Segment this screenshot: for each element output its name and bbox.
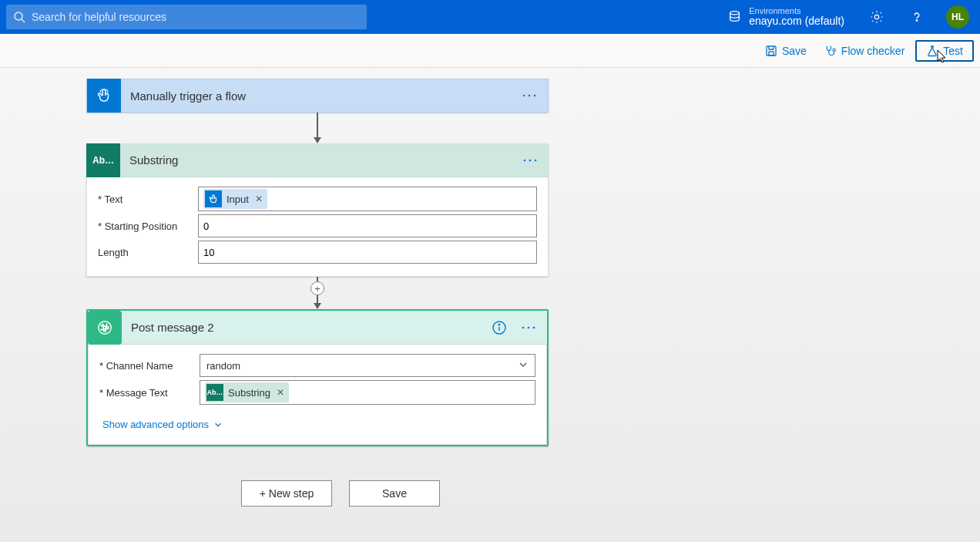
token-input-label: Input bbox=[227, 194, 249, 205]
search-box[interactable] bbox=[6, 5, 367, 29]
save-label: Save bbox=[782, 45, 807, 57]
trigger-menu[interactable] bbox=[519, 85, 540, 106]
svg-rect-6 bbox=[769, 52, 774, 56]
add-step-icon[interactable]: + bbox=[310, 281, 324, 295]
save-icon bbox=[765, 45, 777, 57]
starting-position-input[interactable] bbox=[198, 214, 537, 237]
svg-point-12 bbox=[529, 159, 532, 161]
svg-point-0 bbox=[15, 12, 22, 20]
length-input[interactable] bbox=[198, 241, 537, 264]
step-substring[interactable]: Ab… Substring Text Input ✕ bbox=[86, 143, 549, 277]
svg-point-13 bbox=[535, 159, 537, 161]
svg-point-19 bbox=[528, 326, 530, 328]
svg-point-17 bbox=[498, 324, 500, 325]
svg-point-8 bbox=[523, 95, 525, 97]
new-step-button[interactable]: + New step bbox=[241, 480, 332, 507]
starting-position-value[interactable] bbox=[203, 221, 532, 232]
trigger-title: Manually trigger a flow bbox=[130, 89, 509, 103]
text-input[interactable]: Input ✕ bbox=[198, 187, 537, 211]
svg-point-2 bbox=[730, 12, 740, 15]
search-input[interactable] bbox=[32, 11, 360, 23]
settings-icon[interactable] bbox=[861, 0, 892, 34]
save-button[interactable]: Save bbox=[759, 41, 813, 61]
touch-icon bbox=[205, 190, 222, 207]
connector-arrow: + bbox=[317, 277, 318, 309]
chevron-down-icon bbox=[213, 420, 223, 429]
post-menu[interactable] bbox=[518, 317, 539, 338]
step-post-message[interactable]: Post message 2 Channel Name random bbox=[86, 309, 549, 446]
stethoscope-icon bbox=[824, 44, 837, 57]
token-remove-icon[interactable]: ✕ bbox=[253, 194, 264, 204]
substring-menu[interactable] bbox=[519, 150, 541, 171]
footer-save-button[interactable]: Save bbox=[349, 480, 440, 507]
show-advanced-toggle[interactable]: Show advanced options bbox=[102, 419, 223, 430]
show-advanced-label: Show advanced options bbox=[102, 419, 209, 430]
slack-icon bbox=[88, 311, 122, 345]
test-button[interactable]: Test bbox=[915, 40, 974, 62]
test-label: Test bbox=[943, 45, 963, 57]
starting-position-label: Starting Position bbox=[98, 221, 177, 232]
token-substring-label: Substring bbox=[228, 387, 270, 399]
message-text-label: Message Text bbox=[99, 387, 168, 399]
length-label: Length bbox=[98, 247, 129, 258]
token-substring[interactable]: Ab… Substring ✕ bbox=[205, 382, 289, 402]
svg-point-10 bbox=[534, 95, 536, 97]
step-trigger[interactable]: Manually trigger a flow bbox=[86, 79, 549, 113]
environment-picker[interactable]: Environments enayu.com (default) bbox=[720, 6, 852, 27]
channel-name-label: Channel Name bbox=[99, 360, 173, 372]
svg-point-3 bbox=[874, 15, 878, 19]
flask-icon bbox=[926, 45, 938, 57]
svg-point-4 bbox=[916, 20, 917, 21]
flow-checker-button[interactable]: Flow checker bbox=[817, 40, 911, 61]
connector-arrow bbox=[317, 113, 318, 143]
svg-point-9 bbox=[529, 95, 531, 97]
svg-point-18 bbox=[522, 326, 525, 328]
svg-point-7 bbox=[833, 49, 835, 51]
info-icon[interactable] bbox=[490, 318, 508, 337]
text-label: Text bbox=[98, 194, 123, 205]
text-operations-icon: Ab… bbox=[206, 384, 223, 401]
database-icon bbox=[728, 10, 741, 23]
substring-title: Substring bbox=[129, 153, 510, 167]
search-icon bbox=[13, 11, 25, 23]
touch-icon bbox=[87, 79, 121, 113]
channel-name-value: random bbox=[206, 360, 240, 372]
footer-actions: + New step Save bbox=[241, 480, 440, 507]
post-title: Post message 2 bbox=[131, 321, 481, 334]
environment-name: enayu.com (default) bbox=[749, 15, 844, 27]
message-text-input[interactable]: Ab… Substring ✕ bbox=[200, 380, 535, 405]
command-bar: Save Flow checker Test bbox=[0, 34, 980, 68]
designer-canvas: Manually trigger a flow Ab… Substring bbox=[0, 68, 980, 542]
app-topbar: Environments enayu.com (default) HL bbox=[0, 0, 980, 34]
svg-rect-5 bbox=[767, 46, 776, 56]
length-value[interactable] bbox=[203, 247, 532, 258]
avatar[interactable]: HL bbox=[946, 5, 969, 29]
channel-name-select[interactable]: random bbox=[200, 354, 535, 377]
svg-point-20 bbox=[533, 326, 535, 328]
chevron-down-icon bbox=[518, 359, 529, 372]
help-icon[interactable] bbox=[901, 0, 932, 34]
token-remove-icon[interactable]: ✕ bbox=[275, 387, 286, 398]
svg-point-11 bbox=[524, 159, 526, 161]
flow-checker-label: Flow checker bbox=[841, 45, 904, 57]
token-input[interactable]: Input ✕ bbox=[203, 189, 267, 209]
svg-line-1 bbox=[22, 19, 25, 22]
text-operations-icon: Ab… bbox=[86, 143, 120, 177]
